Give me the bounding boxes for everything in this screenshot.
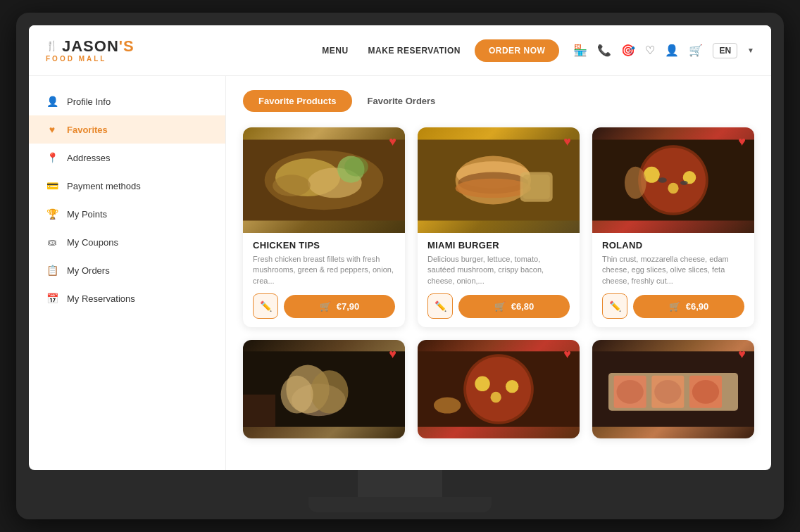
- svg-point-42: [654, 380, 681, 404]
- sidebar-label-reservations: My Reservations: [67, 293, 135, 304]
- favorites-icon: ♥: [46, 124, 58, 135]
- lang-dropdown-icon[interactable]: ▼: [747, 46, 754, 54]
- edit-button-3[interactable]: ✏️: [602, 293, 627, 319]
- product-image-4: ♥: [243, 340, 405, 438]
- product-info-3: ROLAND Thin crust, mozzarella cheese, ed…: [592, 233, 754, 327]
- product-actions-3: ✏️ 🛒 €6,90: [602, 293, 744, 319]
- sidebar: 👤 Profile Info ♥ Favorites 📍 Addresses 💳…: [29, 76, 226, 470]
- screen: 🍴 JASON'S FOOD MALL MENU MAKE RESERVATIO…: [29, 25, 771, 470]
- addresses-icon: 📍: [46, 152, 58, 163]
- sidebar-item-payment[interactable]: 💳 Payment methods: [29, 172, 225, 200]
- svg-rect-28: [243, 395, 275, 427]
- cart-icon-btn-3: 🛒: [669, 301, 680, 312]
- product-actions-1: ✏️ 🛒 €7,90: [253, 293, 395, 319]
- cart-icon-btn-1: 🛒: [320, 301, 331, 312]
- sidebar-item-points[interactable]: 🏆 My Points: [29, 200, 225, 228]
- edit-button-1[interactable]: ✏️: [253, 293, 278, 319]
- svg-point-41: [617, 380, 644, 404]
- heart-icon[interactable]: ♡: [645, 44, 655, 57]
- order-now-button[interactable]: ORDER NOW: [475, 39, 560, 62]
- header-icon-group: 🏪 📞 🎯 ♡ 👤 🛒 EN ▼: [573, 43, 754, 58]
- coupons-icon: 🎟: [46, 236, 58, 248]
- sidebar-label-addresses: Addresses: [67, 153, 110, 163]
- tab-favorite-products[interactable]: Favorite Products: [243, 90, 352, 112]
- add-cart-button-3[interactable]: 🛒 €6,90: [633, 295, 744, 318]
- favorite-heart-6[interactable]: ♥: [738, 347, 746, 362]
- product-grid: ♥ CHICKEN TIPS Fresh chicken breast fill…: [243, 127, 754, 438]
- sidebar-item-coupons[interactable]: 🎟 My Coupons: [29, 228, 225, 256]
- brand-tagline: FOOD MALL: [46, 56, 135, 63]
- favorite-heart-3[interactable]: ♥: [738, 134, 746, 149]
- tab-favorite-orders[interactable]: Favorite Orders: [352, 90, 451, 112]
- fork-spoon-icon: 🍴: [46, 41, 58, 51]
- svg-point-6: [344, 157, 368, 177]
- svg-point-22: [625, 167, 646, 199]
- header: 🍴 JASON'S FOOD MALL MENU MAKE RESERVATIO…: [29, 25, 771, 76]
- svg-point-32: [475, 376, 489, 391]
- favorite-heart-1[interactable]: ♥: [389, 134, 396, 149]
- product-image-5: ♥: [418, 340, 580, 438]
- price-1: €7,90: [337, 301, 360, 312]
- store-icon[interactable]: 🏪: [573, 44, 587, 57]
- reservation-nav-link[interactable]: MAKE RESERVATION: [368, 46, 461, 56]
- sidebar-label-coupons: My Coupons: [67, 237, 118, 248]
- phone-icon[interactable]: 📞: [597, 44, 611, 57]
- product-card-2: ♥ MIAMI BURGER Delicious burger, lettuce…: [418, 127, 580, 327]
- cart-icon-btn-2: 🛒: [494, 301, 506, 312]
- price-2: €6,80: [511, 301, 535, 312]
- sidebar-item-favorites[interactable]: ♥ Favorites: [29, 115, 225, 144]
- svg-point-4: [273, 175, 311, 196]
- svg-point-11: [456, 179, 531, 198]
- stand-base: [308, 497, 492, 512]
- svg-point-34: [491, 392, 501, 403]
- location-icon[interactable]: 🎯: [621, 44, 635, 57]
- product-card-5: ♥: [418, 340, 580, 438]
- stand-neck: [358, 470, 442, 497]
- product-name-2: MIAMI BURGER: [427, 240, 570, 251]
- add-cart-button-1[interactable]: 🛒 €7,90: [284, 295, 395, 318]
- svg-point-19: [668, 183, 678, 194]
- payment-icon: 💳: [46, 180, 58, 191]
- sidebar-item-profile[interactable]: 👤 Profile Info: [29, 87, 225, 115]
- favorite-heart-2[interactable]: ♥: [563, 134, 571, 149]
- favorite-heart-5[interactable]: ♥: [563, 347, 571, 362]
- orders-icon: 📋: [46, 265, 58, 276]
- product-card-4: ♥: [243, 340, 405, 438]
- sidebar-label-payment: Payment methods: [67, 181, 141, 191]
- product-name-3: ROLAND: [602, 240, 744, 251]
- svg-point-26: [311, 370, 349, 413]
- sidebar-label-profile: Profile Info: [67, 96, 111, 107]
- svg-rect-13: [523, 175, 550, 199]
- product-info-2: MIAMI BURGER Delicious burger, lettuce, …: [418, 233, 580, 327]
- sidebar-item-reservations[interactable]: 📅 My Reservations: [29, 284, 225, 312]
- content-area: 👤 Profile Info ♥ Favorites 📍 Addresses 💳…: [29, 76, 771, 470]
- menu-nav-link[interactable]: MENU: [322, 46, 348, 56]
- sidebar-item-addresses[interactable]: 📍 Addresses: [29, 144, 225, 172]
- points-icon: 🏆: [46, 208, 58, 220]
- product-desc-1: Fresh chicken breast fillets with fresh …: [253, 254, 395, 286]
- user-icon[interactable]: 👤: [665, 44, 679, 57]
- monitor-stand: [29, 470, 771, 519]
- product-name-1: CHICKEN TIPS: [253, 240, 395, 251]
- main-content: Favorite Products Favorite Orders: [226, 76, 771, 470]
- product-desc-2: Delicious burger, lettuce, tomato, sauté…: [427, 254, 570, 286]
- favorite-heart-4[interactable]: ♥: [389, 347, 396, 362]
- svg-point-33: [506, 380, 518, 393]
- cart-icon[interactable]: 🛒: [689, 44, 703, 57]
- language-button[interactable]: EN: [713, 43, 737, 58]
- product-image-1: ♥: [243, 127, 405, 233]
- svg-point-20: [658, 177, 667, 183]
- main-nav: MENU MAKE RESERVATION: [322, 46, 461, 56]
- profile-icon: 👤: [46, 96, 58, 107]
- product-card-6: ♥: [592, 340, 754, 438]
- add-cart-button-2[interactable]: 🛒 €6,80: [458, 295, 570, 318]
- tab-group: Favorite Products Favorite Orders: [243, 90, 754, 112]
- brand-name: JASON'S: [62, 39, 135, 54]
- reservations-icon: 📅: [46, 293, 58, 304]
- product-info-1: CHICKEN TIPS Fresh chicken breast fillet…: [243, 233, 405, 327]
- svg-point-43: [692, 380, 719, 404]
- edit-button-2[interactable]: ✏️: [427, 293, 453, 319]
- sidebar-item-orders[interactable]: 📋 My Orders: [29, 256, 225, 284]
- svg-point-27: [281, 376, 313, 414]
- logo: 🍴 JASON'S FOOD MALL: [46, 39, 135, 63]
